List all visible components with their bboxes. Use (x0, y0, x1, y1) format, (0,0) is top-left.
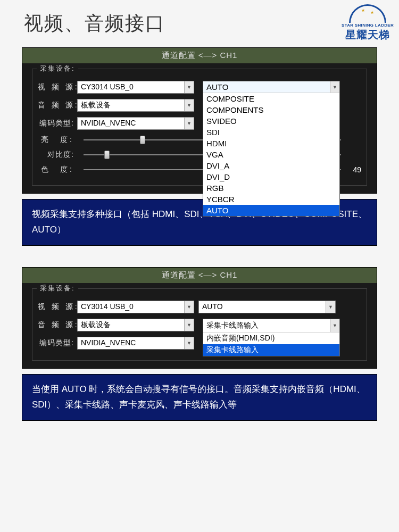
hue-value: 49 (345, 165, 361, 174)
logo-big-text: 星耀天梯 (342, 28, 394, 42)
video-source-select[interactable]: CY3014 USB_0 ▼ (77, 301, 194, 313)
video-mode-select[interactable]: AUTO ▼ (198, 301, 336, 313)
audio-source-label: 音 频 源: (38, 101, 77, 110)
slider-thumb[interactable] (104, 151, 110, 159)
channel-config-panel-2: 通道配置 <—> CH1 采集设备: 视 频 源: CY3014 USB_0 ▼… (22, 267, 377, 369)
encoder-value: NVIDIA_NVENC (81, 119, 136, 127)
dropdown-item[interactable]: DVI_A (203, 160, 339, 171)
dropdown-selected[interactable]: AUTO ▼ (203, 81, 339, 93)
dropdown-item-selected[interactable]: 采集卡线路输入 (203, 344, 339, 356)
fieldset-legend: 采集设备: (37, 64, 78, 73)
capture-device-fieldset: 采集设备: 视 频 源: CY3014 USB_0 ▼ AUTO ▼ COMPO… (32, 69, 367, 186)
dropdown-item[interactable]: RGB (203, 182, 339, 194)
dropdown-item[interactable]: HDMI (203, 138, 339, 149)
brightness-label: 亮 度: (38, 135, 77, 145)
panel-title: 通道配置 <—> CH1 (22, 268, 377, 283)
dropdown-item[interactable]: VGA (203, 149, 339, 160)
audio-source-value: 板载设备 (81, 320, 111, 329)
encoder-value: NVIDIA_NVENC (81, 338, 136, 347)
video-mode-value: AUTO (202, 302, 223, 311)
dropdown-item[interactable]: SDI (203, 127, 339, 138)
video-source-label: 视 频 源: (38, 82, 77, 92)
video-source-label: 视 频 源: (38, 302, 77, 312)
audio-source-select[interactable]: 板载设备 ▼ (77, 99, 194, 112)
dropdown-item[interactable]: SVIDEO (203, 115, 339, 127)
chevron-down-icon[interactable]: ▼ (330, 81, 339, 93)
encoder-label: 编码类型: (38, 119, 77, 128)
dropdown-item[interactable]: YCBCR (203, 194, 339, 205)
encoder-select[interactable]: NVIDIA_NVENC ▼ (77, 117, 194, 130)
note-auto-audio: 当使用 AUTO 时，系统会自动搜寻有信号的接口。音频采集支持内嵌音频（HDMI… (22, 374, 377, 421)
chevron-down-icon[interactable]: ▼ (184, 301, 194, 313)
video-source-select[interactable]: CY3014 USB_0 ▼ (77, 81, 194, 94)
slider-thumb[interactable] (140, 136, 145, 144)
contrast-label: 对比度: (38, 150, 77, 160)
hue-label: 色 度: (38, 165, 77, 174)
dropdown-item[interactable]: COMPONENTS (203, 104, 339, 115)
logo-small-text: STAR SHINING LADDER (342, 23, 394, 28)
capture-device-fieldset: 采集设备: 视 频 源: CY3014 USB_0 ▼ AUTO ▼ 音 频 源… (32, 288, 367, 361)
audio-source-label: 音 频 源: (38, 320, 77, 330)
brand-logo: STAR SHINING LADDER 星耀天梯 (342, 4, 394, 42)
chevron-down-icon[interactable]: ▼ (330, 319, 339, 332)
chevron-down-icon[interactable]: ▼ (184, 81, 194, 93)
fieldset-legend: 采集设备: (37, 284, 78, 293)
audio-input-dropdown[interactable]: 采集卡线路输入 ▼ 内嵌音频(HDMI,SDI) 采集卡线路输入 (203, 319, 340, 356)
panel-title: 通道配置 <—> CH1 (22, 48, 377, 63)
page-title: 视频、音频接口 (0, 0, 399, 47)
video-mode-dropdown[interactable]: AUTO ▼ COMPOSITE COMPONENTS SVIDEO SDI H… (203, 81, 340, 217)
dropdown-item[interactable]: DVI_D (203, 171, 339, 182)
chevron-down-icon[interactable]: ▼ (184, 319, 194, 331)
dropdown-item[interactable]: COMPOSITE (203, 93, 339, 104)
encoder-select[interactable]: NVIDIA_NVENC ▼ (77, 337, 194, 350)
chevron-down-icon[interactable]: ▼ (184, 99, 194, 111)
dropdown-item[interactable]: 内嵌音频(HDMI,SDI) (203, 332, 339, 344)
chevron-down-icon[interactable]: ▼ (184, 118, 194, 129)
dropdown-selected[interactable]: 采集卡线路输入 ▼ (203, 319, 339, 332)
video-source-value: CY3014 USB_0 (81, 82, 134, 91)
channel-config-panel-1: 通道配置 <—> CH1 采集设备: 视 频 源: CY3014 USB_0 ▼… (22, 47, 377, 194)
audio-source-select[interactable]: 板载设备 ▼ (77, 319, 194, 331)
chevron-down-icon[interactable]: ▼ (184, 337, 194, 349)
audio-source-value: 板载设备 (81, 101, 111, 109)
chevron-down-icon[interactable]: ▼ (326, 301, 335, 313)
dropdown-item-selected[interactable]: AUTO (203, 205, 339, 216)
video-source-value: CY3014 USB_0 (81, 302, 134, 311)
encoder-label: 编码类型: (38, 338, 77, 348)
